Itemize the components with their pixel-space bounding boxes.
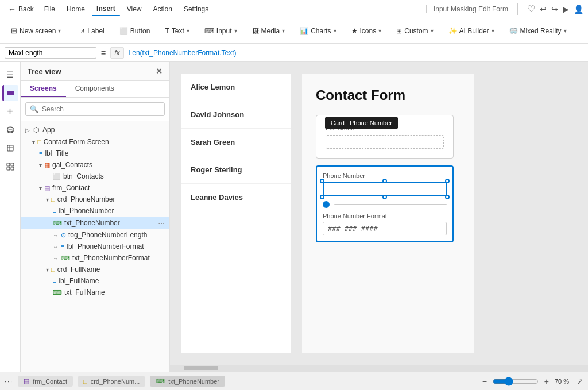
horizontal-scrollbar[interactable] <box>170 365 588 372</box>
data-button[interactable] <box>2 122 18 138</box>
formula-fx-label: fx <box>110 47 123 59</box>
icons-chevron: ▾ <box>378 28 381 34</box>
canvas-scroll: Alice Lemon David Johnson Sarah Green Ro… <box>170 62 588 365</box>
app-item[interactable]: ▷ ⬡ App <box>21 123 169 136</box>
menu-action[interactable]: Action <box>149 3 177 16</box>
button-button[interactable]: ⬜ Button <box>113 24 157 38</box>
text-icon: T <box>165 27 169 35</box>
redo-icon[interactable]: ↪ <box>551 5 558 14</box>
media-button[interactable]: 🖼 Media ▾ <box>246 24 292 38</box>
tree-item-lbl-phone[interactable]: ≡ lbl_PhoneNumber <box>21 205 169 217</box>
add-button[interactable]: + <box>2 103 18 119</box>
layers-button[interactable] <box>2 85 18 101</box>
charts-button[interactable]: 📊 Charts ▾ <box>293 24 342 38</box>
tab-screens[interactable]: Screens <box>21 81 66 97</box>
contact-item-2[interactable]: Sarah Green <box>181 129 291 156</box>
new-screen-icon: ⊞ <box>11 26 17 35</box>
tree-item-lbl-fullname[interactable]: ≡ lbl_FullName <box>21 275 169 287</box>
back-button[interactable]: ← Back <box>5 3 37 15</box>
contact-item-1[interactable]: David Johnson <box>181 101 291 129</box>
canvas-area: Alice Lemon David Johnson Sarah Green Ro… <box>170 62 588 372</box>
menu-view[interactable]: View <box>122 3 146 16</box>
lbl-connector: ↔ <box>53 244 59 250</box>
user-icon[interactable]: 👤 <box>574 5 583 14</box>
svg-rect-4 <box>7 145 13 151</box>
contact-list: Alice Lemon David Johnson Sarah Green Ro… <box>181 74 291 353</box>
tree-item-txt-phone[interactable]: ⌨ txt_PhoneNumber ··· <box>21 217 169 229</box>
new-screen-chevron: ▾ <box>58 28 61 34</box>
formula-name-input[interactable] <box>5 47 96 59</box>
screen-icon: □ <box>37 138 41 145</box>
hamburger-menu-button[interactable]: ☰ <box>2 67 18 83</box>
status-dots[interactable]: ··· <box>5 378 13 385</box>
input-icon: ⌨ <box>204 27 214 35</box>
tree-item-lbl-title[interactable]: ≡ lbl_Title <box>21 148 169 159</box>
label-button[interactable]: 𝐴 Label <box>75 24 110 38</box>
frm-contact-label: frm_Contact <box>33 378 67 385</box>
tree-item-txt-fullname[interactable]: ⌨ txt_FullName <box>21 287 169 298</box>
search-icon: 🔍 <box>30 105 38 113</box>
tree-close-button[interactable]: ✕ <box>156 67 163 76</box>
status-tab-txt-phone[interactable]: ⌨ txt_PhoneNumber <box>150 376 225 387</box>
handle-bc <box>382 195 387 199</box>
contact-item-3[interactable]: Roger Sterling <box>181 156 291 184</box>
svg-rect-7 <box>7 163 10 166</box>
menu-settings[interactable]: Settings <box>179 3 213 16</box>
tree-item-gal-contacts[interactable]: ▾ ▦ gal_Contacts <box>21 159 169 171</box>
phone-format-input[interactable] <box>323 222 447 235</box>
run-icon[interactable]: ▶ <box>563 5 569 14</box>
tree-item-lbl-phone-format[interactable]: ↔ ≡ lbl_PhoneNumberFormat <box>21 241 169 252</box>
ai-builder-button[interactable]: ✨ AI Builder ▾ <box>442 24 501 38</box>
tree-item-tog-phone-length[interactable]: ↔ ⊙ tog_PhoneNumberLength <box>21 229 169 241</box>
zoom-minus-button[interactable]: − <box>480 377 489 386</box>
window-title: Input Masking Edit Form <box>426 5 508 13</box>
tree-item-btn-contacts[interactable]: ⬜ btn_Contacts <box>21 171 169 182</box>
variables-button[interactable] <box>2 140 18 156</box>
txt-fullname-icon: ⌨ <box>53 289 62 296</box>
tree-item-crd-fullname[interactable]: ▾ □ crd_FullName <box>21 264 169 275</box>
tree-item-frm-contact[interactable]: ▾ ▤ frm_Contact <box>21 182 169 194</box>
svg-rect-1 <box>7 92 14 94</box>
text-chevron: ▾ <box>187 28 189 34</box>
more-options-button[interactable]: ··· <box>158 218 165 227</box>
zoom-slider[interactable] <box>493 377 539 386</box>
tree-item-crd-phone[interactable]: ▾ □ crd_PhoneNumber <box>21 194 169 205</box>
text-button[interactable]: T Text ▾ <box>158 24 195 38</box>
status-tab-crd-phone[interactable]: □ crd_PhoneNum... <box>78 376 145 387</box>
media-chevron: ▾ <box>282 28 285 34</box>
charts-icon: 📊 <box>300 27 308 35</box>
contact-item-0[interactable]: Alice Lemon <box>181 74 291 101</box>
fullscreen-button[interactable]: ⤢ <box>577 377 583 386</box>
status-tab-frm-contact[interactable]: ▤ frm_Contact <box>18 376 73 387</box>
txt-phone-status-icon: ⌨ <box>156 377 165 385</box>
menu-home[interactable]: Home <box>62 3 90 16</box>
app-expand-icon: ▷ <box>25 127 30 133</box>
mixed-reality-button[interactable]: 🥽 Mixed Reality ▾ <box>503 24 573 38</box>
expand-icon2: ▾ <box>39 162 42 168</box>
custom-chevron: ▾ <box>431 28 434 34</box>
menu-file[interactable]: File <box>40 3 60 16</box>
tab-components[interactable]: Components <box>66 81 123 97</box>
menu-insert[interactable]: Insert <box>92 2 120 16</box>
tree-item-contact-form-screen[interactable]: ▾ □ Contact Form Screen <box>21 136 169 148</box>
zoom-control: − + 70 % ⤢ <box>480 377 583 386</box>
scrollbar-thumb[interactable] <box>184 366 218 370</box>
new-screen-button[interactable]: ⊞ New screen ▾ <box>5 24 67 38</box>
svg-rect-2 <box>7 94 14 95</box>
search-input[interactable] <box>25 102 165 116</box>
full-name-input[interactable] <box>326 135 444 149</box>
zoom-plus-button[interactable]: + <box>542 377 551 386</box>
toggle-handle[interactable] <box>323 201 330 208</box>
custom-button[interactable]: ⊞ Custom ▾ <box>390 24 439 38</box>
components-button[interactable] <box>2 159 18 175</box>
app-icon: ⬡ <box>33 126 39 134</box>
icons-button[interactable]: ★ Icons ▾ <box>345 24 388 38</box>
input-chevron: ▾ <box>234 28 237 34</box>
phone-number-card: Phone Number <box>316 165 454 242</box>
expand-icon: ▾ <box>32 139 35 145</box>
contact-item-4[interactable]: Leanne Davies <box>181 184 291 211</box>
undo-icon[interactable]: ↩ <box>540 5 547 14</box>
formula-expression-input[interactable] <box>129 49 583 57</box>
tree-item-txt-phone-format[interactable]: ↔ ⌨ txt_PhoneNumberFormat <box>21 252 169 264</box>
input-button[interactable]: ⌨ Input ▾ <box>198 24 243 38</box>
